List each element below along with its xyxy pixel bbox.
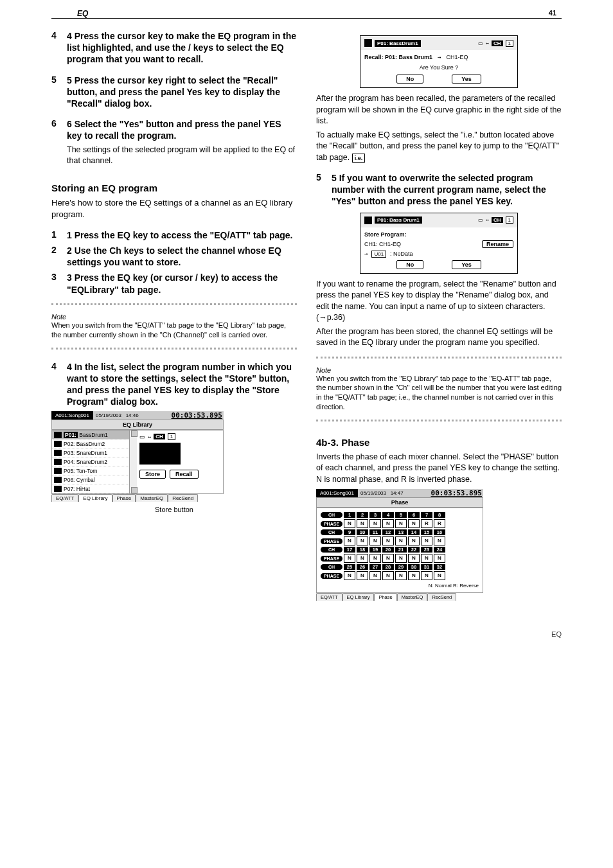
tab-eqatt[interactable]: EQ/ATT [316, 593, 342, 601]
ch-number: 16 [434, 529, 445, 535]
eqlib-list-item[interactable]: P03: SnareDrum1 [52, 448, 129, 457]
ch-number: 8 [434, 512, 445, 518]
phase-toggle[interactable]: R [434, 519, 445, 528]
phase-toggle[interactable]: N [344, 536, 355, 545]
after-recall-text: After the program has been recalled, the… [316, 93, 562, 127]
eq-curve-preview [139, 443, 181, 465]
tab-mastereq[interactable]: MasterEQ [136, 494, 168, 502]
ch-number: 24 [434, 547, 445, 553]
recall-button[interactable]: Recall [170, 470, 199, 479]
tab-phase[interactable]: Phase [112, 494, 136, 502]
yes-button[interactable]: Yes [452, 75, 481, 84]
phase-toggle[interactable]: N [369, 519, 381, 528]
ch-value[interactable]: 1 [168, 433, 175, 440]
tab-eqatt[interactable]: EQ/ATT [51, 494, 78, 502]
store-button[interactable]: Store [139, 470, 166, 479]
eqlib-list-item[interactable]: P07: HiHat [52, 484, 129, 493]
phase-toggle[interactable]: N [357, 536, 368, 545]
phase-toggle[interactable]: N [408, 554, 420, 563]
eqlib-list-item[interactable]: P06: Cymbal [52, 475, 129, 484]
phase-toggle[interactable]: N [421, 536, 432, 545]
phase-toggle[interactable]: N [357, 519, 368, 528]
phase-toggle[interactable]: N [382, 519, 394, 528]
phase-toggle[interactable]: N [434, 536, 445, 545]
tab-recsend[interactable]: RecSend [427, 593, 456, 601]
rename-button[interactable]: Rename [482, 240, 513, 248]
song-clock: 14:47 [391, 490, 404, 496]
phase-toggle[interactable]: N [395, 554, 407, 563]
no-button[interactable]: No [396, 75, 423, 84]
note-body: When you switch from the "EQ/ATT" tab pa… [51, 321, 297, 340]
phase-toggle[interactable]: N [382, 536, 394, 545]
store-step-2: 2 Use the Ch keys to select the channel … [67, 245, 297, 268]
no-button[interactable]: No [396, 260, 423, 269]
phase-toggle[interactable]: N [382, 571, 394, 580]
phase-toggle[interactable]: N [421, 554, 432, 563]
tab-eqlibrary[interactable]: EQ Library [342, 593, 375, 601]
phase-toggle[interactable]: N [395, 536, 407, 545]
ch-number: 22 [408, 547, 420, 553]
phase-toggle[interactable]: N [369, 571, 381, 580]
scrollbar[interactable] [129, 430, 137, 493]
tab-eqlibrary[interactable]: EQ Library [78, 494, 112, 502]
phase-toggle[interactable]: N [434, 554, 445, 563]
phase-toggle[interactable]: N [369, 554, 381, 563]
tab-recsend[interactable]: RecSend [168, 494, 198, 502]
phase-title: Phase [316, 497, 483, 508]
phase-toggle[interactable]: N [395, 571, 407, 580]
ch-number: 21 [395, 547, 407, 553]
phase-toggle[interactable]: N [408, 519, 420, 528]
store-slot[interactable]: U01 [371, 251, 386, 258]
tab-phase[interactable]: Phase [374, 593, 396, 601]
phase-row-label: PHASE [321, 521, 342, 527]
phase-toggle[interactable]: N [395, 519, 407, 528]
phase-toggle[interactable]: N [344, 554, 355, 563]
phase-toggle[interactable]: N [357, 571, 368, 580]
yes-button[interactable]: Yes [452, 260, 481, 269]
right-step-5: 5 If you want to overwrite the selected … [332, 172, 562, 208]
store-body-1: If you want to rename the program, selec… [316, 279, 562, 324]
ch-number: 5 [395, 512, 407, 518]
phase-section-title: 4b-3. Phase [316, 437, 562, 448]
phase-toggle[interactable]: N [434, 571, 445, 580]
ch-number: 25 [344, 564, 355, 570]
ch-number: 2 [357, 512, 368, 518]
eqlib-list-item[interactable]: P04: SnareDrum2 [52, 457, 129, 466]
ch-number: 29 [395, 564, 407, 570]
note-label: Note [51, 313, 297, 321]
eqlib-list-item[interactable]: P05: Ton-Tom [52, 466, 129, 475]
store-step-1-num: 1 [51, 229, 67, 241]
ch-number: 23 [421, 547, 432, 553]
store-step-1: 1 Press the EQ key to access the "EQ/ATT… [67, 229, 297, 241]
song-date: 05/19/2003 [96, 412, 121, 418]
arrow-right-icon: → [438, 54, 441, 60]
phase-toggle[interactable]: N [408, 571, 420, 580]
tab-mastereq[interactable]: MasterEQ [397, 593, 428, 601]
eqlib-list-item[interactable]: P02: BassDrum2 [52, 439, 129, 448]
phase-toggle[interactable]: R [421, 519, 432, 528]
phase-toggle[interactable]: N [369, 536, 381, 545]
eqlib-list-item[interactable]: P01: BassDrum1 [52, 430, 129, 439]
phase-toggle[interactable]: N [421, 571, 432, 580]
arrow-right-icon: → [364, 251, 368, 257]
dotted-divider-end [51, 348, 297, 350]
ch-number: 6 [408, 512, 420, 518]
phase-toggle[interactable]: N [344, 519, 355, 528]
eqlib-item-label: P01: BassDrum1 [64, 432, 108, 438]
ie-icon: i.e. [352, 154, 366, 163]
ch-number: 30 [408, 564, 420, 570]
ch-number: 4 [382, 512, 394, 518]
ch-number: 27 [369, 564, 381, 570]
phase-toggle[interactable]: N [382, 554, 394, 563]
phase-toggle[interactable]: N [357, 554, 368, 563]
eq-thumb-icon [54, 450, 62, 456]
store-step-3: 3 Press the EQ key (or cursor / key) to … [67, 272, 297, 295]
song-id: A001:Song001 [51, 411, 93, 420]
phase-toggle[interactable]: N [408, 536, 420, 545]
eq-thumb-icon [54, 486, 62, 492]
dotted-divider [51, 303, 297, 305]
store-step-2-num: 2 [51, 245, 67, 268]
ch-number: 26 [357, 564, 368, 570]
phase-toggle[interactable]: N [344, 571, 355, 580]
ch-number: 31 [421, 564, 432, 570]
